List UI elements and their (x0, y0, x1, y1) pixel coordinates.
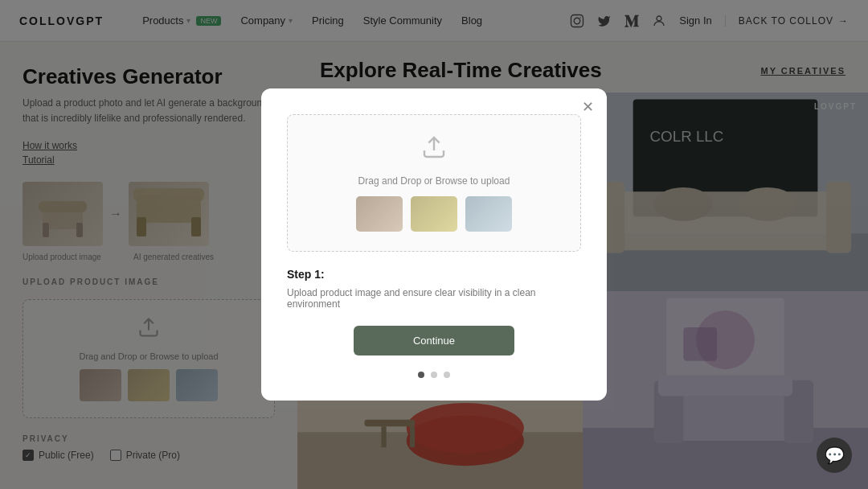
modal-dot-2 (431, 372, 437, 378)
modal-upload-samples (356, 196, 512, 232)
modal-step-description: Upload product image and ensure clear vi… (287, 287, 581, 310)
modal-overlay[interactable]: ✕ Drag and Drop or Browse to upload Step… (0, 0, 868, 489)
chat-icon: 💬 (825, 446, 845, 465)
modal-pagination-dots (418, 372, 450, 378)
modal-thumb-2 (411, 196, 457, 232)
modal-dot-1 (418, 372, 424, 378)
modal-dialog: ✕ Drag and Drop or Browse to upload Step… (261, 88, 607, 401)
modal-thumb-3 (465, 196, 512, 232)
modal-thumb-1 (356, 196, 403, 232)
modal-dot-3 (444, 372, 450, 378)
modal-upload-text: Drag and Drop or Browse to upload (358, 175, 510, 187)
modal-upload-area[interactable]: Drag and Drop or Browse to upload (287, 114, 581, 252)
modal-close-button[interactable]: ✕ (582, 100, 594, 114)
modal-step-label: Step 1: (287, 268, 325, 281)
modal-continue-button[interactable]: Continue (354, 326, 514, 355)
modal-upload-icon (421, 134, 447, 166)
chat-bubble-button[interactable]: 💬 (817, 438, 852, 473)
